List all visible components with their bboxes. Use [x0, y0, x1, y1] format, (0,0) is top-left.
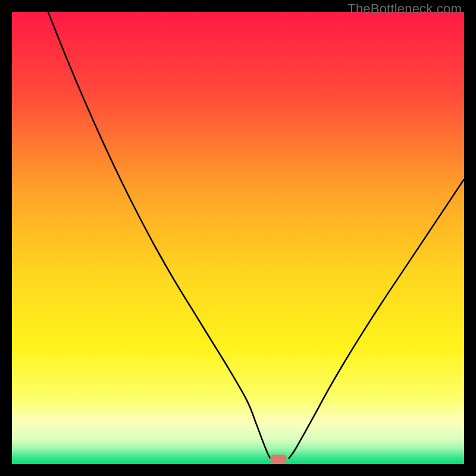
- chart-background: [12, 12, 464, 464]
- watermark-text: TheBottleneck.com: [347, 1, 462, 17]
- chart-frame: [12, 12, 464, 464]
- optimal-point-marker: [270, 455, 287, 463]
- bottleneck-chart: [12, 12, 464, 464]
